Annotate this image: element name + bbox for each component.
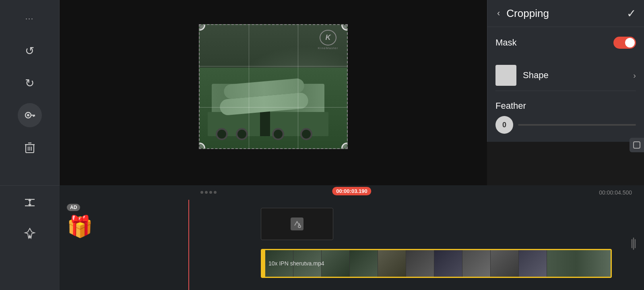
panel-header-left: ‹ Cropping	[495, 6, 549, 20]
track-label: 10x IPN sherutva.mp4	[268, 260, 324, 267]
track-thumbnail-6	[406, 250, 434, 277]
treasure-chest[interactable]: 🎁	[64, 210, 96, 242]
key-button[interactable]	[18, 103, 42, 127]
chest-icon: 🎁	[67, 214, 93, 239]
right-edge-icon[interactable]	[630, 138, 644, 152]
ruler-dot-2	[205, 191, 208, 194]
track-thumbnail-8	[462, 250, 491, 277]
align-button[interactable]	[18, 191, 42, 215]
toggle-knob	[625, 38, 635, 48]
overlay-track[interactable]	[261, 208, 333, 240]
pin-button[interactable]	[18, 221, 42, 245]
right-panel-wrapper: ‹ Cropping ✓ Mask Shape ›	[487, 0, 644, 185]
timeline-area: 00:00:03.190 00:00:04.500 AD 🎁	[60, 185, 644, 290]
panel-header: ‹ Cropping ✓	[487, 0, 644, 27]
mask-label: Mask	[495, 37, 517, 48]
undo-button[interactable]: ↺	[18, 39, 42, 63]
main-area: ··· ↺ ↻	[0, 0, 644, 185]
end-time-marker: 00:00:04.500	[599, 189, 632, 196]
bottom-area: 00:00:03.190 00:00:04.500 AD 🎁	[0, 185, 644, 290]
kinemaster-k-icon: K	[320, 30, 336, 46]
track-thumbnail-4	[350, 250, 378, 277]
track-thumbnail-10	[519, 250, 547, 277]
drag-handle[interactable]	[631, 236, 636, 253]
trash-button[interactable]	[18, 135, 42, 160]
track-thumbnail-5	[378, 250, 406, 277]
left-toolbar: ··· ↺ ↻	[0, 0, 60, 185]
kinemaster-text: KineMaster	[318, 46, 338, 50]
mask-toggle[interactable]	[613, 37, 636, 49]
playhead	[188, 200, 189, 290]
feather-section: Feather 0	[495, 101, 636, 134]
confirm-button[interactable]: ✓	[627, 7, 636, 20]
slider-row: 0	[495, 116, 636, 134]
track-left-border	[262, 250, 265, 277]
feather-label: Feather	[495, 101, 636, 111]
panel-title: Cropping	[506, 7, 549, 20]
canvas-area: K KineMaster	[60, 0, 487, 185]
shape-row[interactable]: Shape ›	[495, 60, 636, 91]
video-frame: K KineMaster	[199, 24, 348, 149]
bottom-left-toolbar	[0, 185, 60, 290]
track-thumbnail-3	[322, 250, 350, 277]
svg-point-1	[27, 114, 29, 116]
ad-badge: AD	[67, 204, 80, 211]
timeline-ruler: 00:00:03.190 00:00:04.500	[60, 185, 644, 200]
menu-button[interactable]: ···	[18, 6, 42, 31]
current-time-marker: 00:00:03.190	[332, 187, 371, 195]
kinemaster-logo: K KineMaster	[314, 30, 342, 50]
svg-rect-11	[634, 142, 640, 148]
track-thumbnail-7	[434, 250, 462, 277]
redo-button[interactable]: ↻	[18, 71, 42, 95]
chevron-right-icon: ›	[633, 71, 636, 80]
ruler-dot-1	[200, 191, 203, 194]
shape-label: Shape	[523, 70, 627, 81]
ad-row: AD 🎁	[64, 204, 104, 244]
ruler-dot-4	[214, 191, 217, 194]
feather-value: 0	[495, 116, 513, 134]
track-thumbnail-9	[491, 250, 519, 277]
back-button[interactable]: ‹	[495, 6, 502, 20]
ruler-dots	[200, 191, 217, 194]
right-panel: ‹ Cropping ✓ Mask Shape ›	[487, 0, 644, 142]
ruler-dot-3	[209, 191, 212, 194]
shape-preview	[495, 65, 516, 86]
overlay-icon	[291, 218, 303, 230]
video-preview: K KineMaster	[199, 24, 348, 149]
timeline-content: AD 🎁	[60, 200, 644, 290]
panel-content: Mask Shape › Feather 0	[487, 27, 644, 142]
feather-slider[interactable]	[518, 124, 636, 126]
main-video-track[interactable]: 10x IPN sherutva.mp4	[261, 249, 612, 278]
mask-row: Mask	[495, 35, 636, 50]
